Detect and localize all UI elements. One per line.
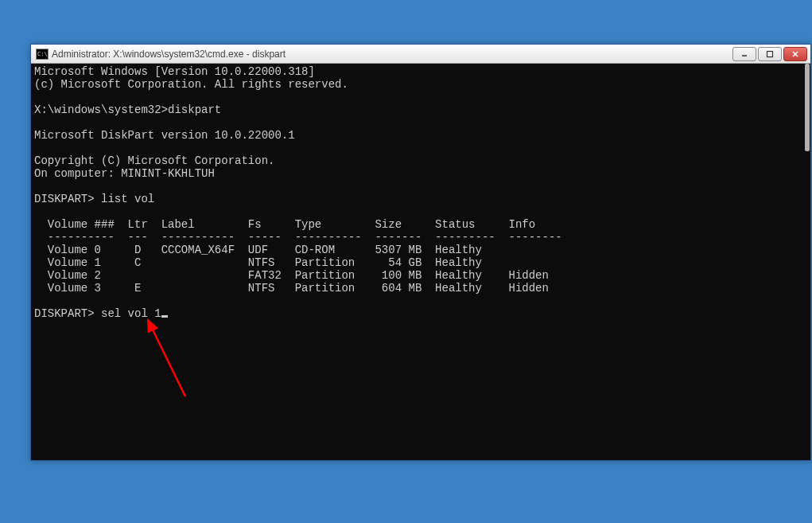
diskpart-version: Microsoft DiskPart version 10.0.22000.1 — [34, 129, 295, 142]
prompt-listvol: DISKPART> list vol — [34, 193, 154, 205]
volume-row-3: Volume 3 E NTFS Partition 604 MB Healthy… — [34, 282, 549, 295]
prompt-selvol-prefix: DISKPART> — [34, 307, 101, 320]
prompt-selvol-input: sel vol 1 — [101, 307, 161, 320]
os-version-line: Microsoft Windows [Version 10.0.22000.31… — [34, 65, 315, 78]
minimize-button[interactable] — [732, 47, 756, 61]
scrollbar-thumb[interactable] — [805, 64, 810, 151]
titlebar[interactable]: C:\ Administrator: X:\windows\system32\c… — [31, 45, 810, 64]
close-button[interactable] — [783, 47, 807, 61]
volume-table-header: Volume ### Ltr Label Fs Type Size Status… — [34, 218, 535, 231]
window-controls — [732, 47, 807, 61]
terminal-output[interactable]: Microsoft Windows [Version 10.0.22000.31… — [31, 64, 810, 460]
volume-table-divider: ---------- --- ----------- ----- -------… — [34, 231, 562, 244]
copyright-line: (c) Microsoft Corporation. All rights re… — [34, 78, 348, 91]
diskpart-copyright: Copyright (C) Microsoft Corporation. — [34, 154, 274, 167]
cmd-window: C:\ Administrator: X:\windows\system32\c… — [30, 44, 811, 461]
maximize-button[interactable] — [758, 47, 782, 61]
prompt-diskpart: X:\windows\system32>diskpart — [34, 103, 221, 116]
window-title: Administrator: X:\windows\system32\cmd.e… — [52, 49, 732, 60]
scrollbar[interactable] — [798, 64, 810, 460]
computer-name: On computer: MININT-KKHLTUH — [34, 167, 215, 180]
volume-row-1: Volume 1 C NTFS Partition 54 GB Healthy — [34, 256, 482, 269]
volume-row-2: Volume 2 FAT32 Partition 100 MB Healthy … — [34, 269, 549, 282]
cursor — [161, 315, 168, 318]
cmd-icon: C:\ — [36, 49, 49, 60]
svg-rect-1 — [767, 51, 773, 57]
volume-row-0: Volume 0 D CCCOMA_X64F UDF CD-ROM 5307 M… — [34, 244, 482, 256]
